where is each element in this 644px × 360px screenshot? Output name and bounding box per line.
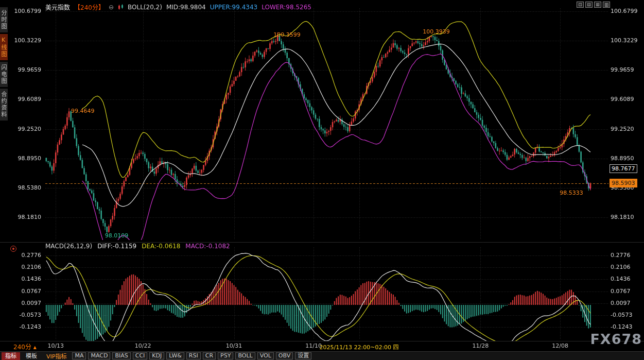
- layout-multi-icon[interactable]: ▥: [603, 2, 610, 8]
- kline-icon: [118, 4, 124, 10]
- macd-diff-value: DIFF:-0.1159: [97, 243, 136, 250]
- sidebar-tab-time-chart[interactable]: 分时图: [0, 7, 8, 32]
- indicator-vol-button[interactable]: VOL: [257, 352, 274, 359]
- macd-settings-icon[interactable]: [10, 246, 16, 252]
- layout-grid-icon[interactable]: ⊞: [594, 2, 601, 8]
- layout-icon-group: ⊡⊟⊞▥: [577, 2, 610, 8]
- settings-button[interactable]: 设置: [295, 352, 311, 359]
- left-sidebar: 分时图K线图闪电图合约资料: [0, 7, 8, 121]
- indicator-obv-button[interactable]: OBV: [276, 352, 293, 359]
- boll-upper-value: UPPER:99.4343: [210, 4, 257, 11]
- indicator-psy-button[interactable]: PSY: [218, 352, 233, 359]
- layout-split-icon[interactable]: ⊟: [585, 2, 593, 8]
- sidebar-tab-contract-info[interactable]: 合约资料: [0, 89, 8, 121]
- trading-terminal: 100.6799100.6799100.3229100.322999.96599…: [0, 0, 644, 360]
- boll-lower-value: LOWER:98.5265: [262, 4, 311, 11]
- period-label: 【240分】: [74, 3, 105, 11]
- bottom-toolbar: 指标模板VIP指标MAMACDBIASCCIKDJLW&RSICRPSYBOLL…: [0, 351, 644, 360]
- chart-header: 美元指数 【240分】 ⊖ BOLL(20,2) MID:98.9804 UPP…: [45, 3, 311, 11]
- vip-indicators-button[interactable]: VIP指标: [43, 352, 70, 360]
- period-arrow-icon: ▲: [33, 345, 37, 350]
- price-box-reference: 98.7677: [610, 164, 637, 173]
- indicator-bias-button[interactable]: BIAS: [112, 352, 130, 359]
- macd-indicator-label: MACD(26,12,9): [45, 243, 92, 250]
- indicator-lwr-button[interactable]: LW&: [166, 352, 184, 359]
- macd-header: MACD(26,12,9) DIFF:-0.1159 DEA:-0.0618 M…: [45, 243, 230, 250]
- indicator-ma-button[interactable]: MA: [72, 352, 86, 359]
- collapse-panel-icon[interactable]: ⊖: [109, 4, 114, 11]
- indicator-boll-button[interactable]: BOLL: [235, 352, 255, 359]
- symbol-name: 美元指数: [45, 3, 70, 11]
- macd-dea-value: DEA:-0.0618: [142, 243, 180, 250]
- boll-mid-value: MID:98.9804: [166, 4, 206, 11]
- sidebar-tab-kline-chart[interactable]: K线图: [0, 34, 8, 60]
- period-selector[interactable]: 240分 ▲: [13, 342, 37, 351]
- indicator-macd-button[interactable]: MACD: [88, 352, 110, 359]
- price-box-last-price: 98.5903: [610, 179, 637, 187]
- toolbar-tab-templates[interactable]: 模板: [22, 352, 41, 360]
- period-selector-text: 240分: [13, 344, 31, 351]
- indicator-cci-button[interactable]: CCI: [133, 352, 148, 359]
- main-chart-canvas[interactable]: [0, 0, 644, 360]
- layout-single-icon[interactable]: ⊡: [577, 2, 584, 8]
- indicator-rsi-button[interactable]: RSI: [186, 352, 201, 359]
- indicator-cr-button[interactable]: CR: [203, 352, 216, 359]
- indicator-kdj-button[interactable]: KDJ: [149, 352, 164, 359]
- sidebar-tab-flash-chart[interactable]: 闪电图: [0, 62, 8, 87]
- toolbar-tab-indicators[interactable]: 指标: [2, 352, 20, 360]
- macd-macd-value: MACD:-0.1082: [185, 243, 230, 250]
- boll-indicator-label: BOLL(20,2): [128, 4, 162, 11]
- watermark: FX678: [590, 331, 642, 347]
